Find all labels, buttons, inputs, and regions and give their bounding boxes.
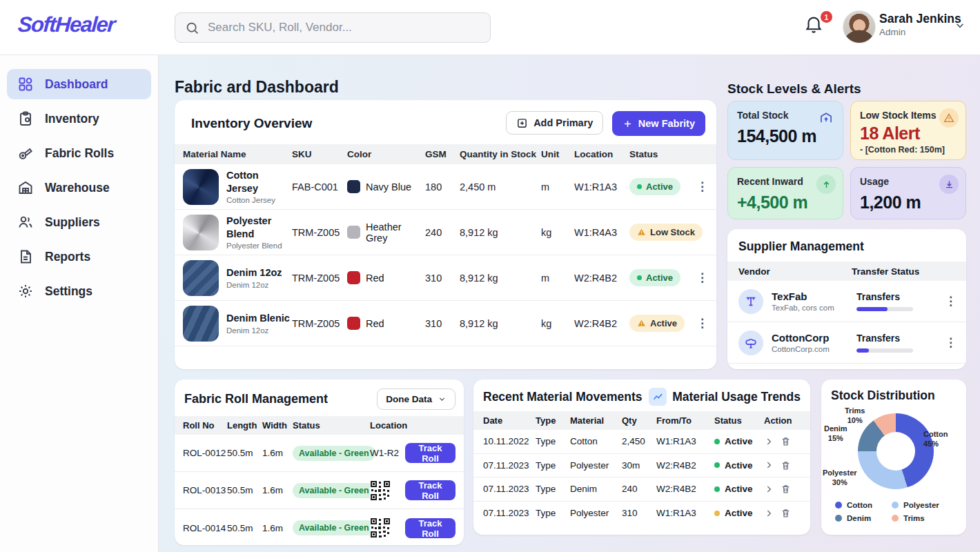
chevron-right-icon[interactable] [764,484,774,494]
table-row: 07.11.2023 Type Polyester 310 W1:R1A3 Ac… [473,502,810,526]
sidebar: Dashboard Inventory Fabric Rolls Warehou… [0,55,159,552]
row-menu-button[interactable]: ⋮ [692,317,708,329]
sidebar-item-dashboard[interactable]: Dashboard [7,69,151,99]
status-badge: Available - Green [293,483,375,498]
chart-legend: Cotton Polyester Denim Trims [835,501,955,522]
list-item: TexFab TexFab, cors com Transfers ⋮ [727,281,966,322]
row-menu-button[interactable]: ⋮ [692,272,708,284]
supplier-management-card: Supplier Management Vendor Transfer Stat… [727,229,966,369]
people-icon [17,214,34,230]
sidebar-item-label: Warehouse [45,181,110,195]
stock-distribution-title: Stock Distribution [821,379,966,403]
page-title: Fabric ard Dashboard [175,78,339,97]
warehouse-icon [17,179,34,196]
inventory-overview-card: Inventory Overview Add Primary New Fabri… [175,100,716,369]
usage-card: Usage 1,200 m [850,167,966,219]
sidebar-item-settings[interactable]: Settings [7,276,151,306]
track-roll-button[interactable]: Track Roll [405,518,455,538]
status-badge: Available - Green [293,446,375,461]
donut-label-cotton: Cotton45% [923,429,948,449]
fabric-roll-management-card: Fabric Roll Management Done Data Roll No… [175,379,464,545]
row-menu-button[interactable]: ⋮ [945,337,957,348]
user-menu-button[interactable] [954,19,966,32]
warning-icon [637,228,646,237]
notifications-button[interactable]: 1 [803,14,831,41]
search-icon [185,21,199,35]
usage-trends-title: Material Usage Trends [672,390,801,404]
texfab-logo-icon [738,289,763,314]
inventory-table-header: Material Name SKU Color GSM Quantity in … [175,144,716,164]
color-swatch [347,180,360,193]
row-menu-button[interactable]: ⋮ [945,295,957,307]
trash-icon[interactable] [781,436,791,446]
warning-icon [637,319,646,328]
sidebar-item-suppliers[interactable]: Suppliers [7,207,151,237]
status-dot-icon [714,439,720,444]
transfer-progress [856,307,913,311]
list-item: CottonCorp CottonCorp.com Transfers ⋮ [727,322,966,364]
qr-code-icon [370,480,391,501]
color-swatch [347,271,360,284]
table-row: 07.11.2023 Type Denim 240 W2:R4B2 Active [473,477,810,502]
table-row: Polyester BlendPolyester Blend TRM-Z005 … [175,210,716,255]
legend-item: Denim [835,514,892,522]
row-menu-button[interactable]: ⋮ [692,181,708,193]
global-search[interactable] [175,12,491,43]
sidebar-item-warehouse[interactable]: Warehouse [7,172,151,203]
table-row: ROL-0013 50.5m 1.6m Available - Green Tr… [175,472,464,509]
new-fabric-button[interactable]: New Fabrity [612,111,705,136]
clipboard-icon [17,110,34,127]
legend-item: Polyester [892,501,955,509]
user-role: Admin [879,27,905,37]
gear-icon [17,283,34,299]
notification-badge: 1 [821,11,832,23]
line-chart-icon [649,388,667,406]
color-swatch [347,317,360,330]
status-dot-icon [714,511,720,516]
supplier-table-header: Vendor Transfer Status [727,262,966,281]
fabric-thumbnail [183,169,219,205]
trash-icon[interactable] [781,460,791,471]
trash-icon[interactable] [781,484,791,494]
track-roll-button[interactable]: Track Roll [405,480,455,500]
chevron-right-icon[interactable] [764,509,774,518]
status-badge: Active [629,315,685,332]
brand-logo: SoftHealer [17,12,116,37]
sidebar-item-label: Fabric Rolls [45,146,114,161]
color-swatch [347,226,360,239]
movements-title: Recent Material Movements [483,390,643,404]
sidebar-item-label: Suppliers [45,215,100,230]
arrow-up-icon [816,175,836,194]
trash-icon[interactable] [781,508,791,518]
plus-square-icon [516,117,528,129]
add-primary-button[interactable]: Add Primary [506,111,603,135]
fabric-roll-icon [17,145,34,161]
done-data-dropdown[interactable]: Done Data [377,388,455,410]
stock-distribution-donut [858,413,934,489]
donut-label-trims: Trims10% [845,406,865,426]
table-row: Denim BlenicDenim 12oz TRM-Z005 Red 310 … [175,301,716,346]
donut-label-denim: Denim15% [824,424,847,444]
avatar[interactable] [843,10,876,43]
track-roll-button[interactable]: Track Roll [405,443,455,463]
sidebar-item-label: Reports [45,250,90,264]
sidebar-item-label: Settings [45,284,92,299]
sidebar-item-inventory[interactable]: Inventory [7,103,151,134]
supplier-management-title: Supplier Management [727,229,966,262]
sidebar-item-fabric-rolls[interactable]: Fabric Rolls [7,138,151,168]
search-input[interactable] [206,20,480,35]
stock-distribution-card: Stock Distribution Cotton45% Polyester30… [821,379,966,535]
recent-inward-card: Recent Inward +4,500 m [727,167,843,219]
total-stock-card: Total Stock 154,500 m [727,101,843,160]
chevron-right-icon[interactable] [764,460,774,470]
table-row: ROL-0012 50.5m 1.6m Available - Green W1… [175,435,464,472]
status-dot-icon [637,275,642,280]
table-row: Cotton JerseyCotton Jersey FAB-C001 Navy… [175,164,716,210]
table-row: 07.11.2023 Type Polyester 30m W2:R4B2 Ac… [473,454,810,478]
sidebar-item-reports[interactable]: Reports [7,241,151,272]
download-icon [939,175,959,194]
qr-code-icon [370,518,391,538]
transfer-progress [856,348,913,353]
chevron-right-icon[interactable] [764,437,774,446]
stock-stat-cards: Total Stock 154,500 m Low Stock Items 18… [727,101,966,219]
